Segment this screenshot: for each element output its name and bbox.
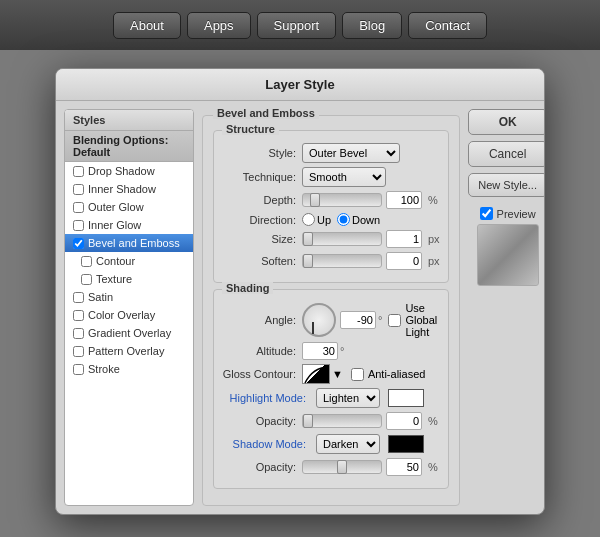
sidebar-satin[interactable]: Satin — [65, 288, 193, 306]
nav-apps[interactable]: Apps — [187, 12, 251, 39]
altitude-input[interactable] — [302, 342, 338, 360]
dialog-body: Styles Blending Options: Default Drop Sh… — [56, 101, 544, 514]
sidebar-title: Styles — [65, 110, 193, 131]
contour-thumbnail[interactable] — [302, 364, 330, 384]
preview-thumbnail — [477, 224, 539, 286]
sidebar-gradient-overlay[interactable]: Gradient Overlay — [65, 324, 193, 342]
nav-about[interactable]: About — [113, 12, 181, 39]
gradient-overlay-check[interactable] — [73, 328, 84, 339]
style-label: Style: — [222, 147, 302, 159]
new-style-button[interactable]: New Style... — [468, 173, 545, 197]
direction-down-label[interactable]: Down — [337, 213, 380, 226]
size-unit: px — [428, 233, 440, 245]
preview-text: Preview — [497, 208, 536, 220]
highlight-color-swatch[interactable] — [388, 389, 424, 407]
direction-up-label[interactable]: Up — [302, 213, 331, 226]
layer-style-dialog: Layer Style Styles Blending Options: Def… — [55, 68, 545, 515]
nav-support[interactable]: Support — [257, 12, 337, 39]
highlight-mode-select[interactable]: Lighten Normal Multiply Screen Darken — [316, 388, 380, 408]
sidebar-contour[interactable]: Contour — [65, 252, 193, 270]
depth-label: Depth: — [222, 194, 302, 206]
contour-dropdown-arrow[interactable]: ▼ — [332, 368, 343, 380]
texture-check[interactable] — [81, 274, 92, 285]
preview-label-row: Preview — [480, 207, 536, 220]
stroke-check[interactable] — [73, 364, 84, 375]
soften-slider-container: px — [302, 252, 440, 270]
contour-check[interactable] — [81, 256, 92, 267]
color-overlay-check[interactable] — [73, 310, 84, 321]
nav-blog[interactable]: Blog — [342, 12, 402, 39]
pattern-overlay-check[interactable] — [73, 346, 84, 357]
soften-unit: px — [428, 255, 440, 267]
highlight-opacity-row: Opacity: % — [222, 412, 440, 430]
highlight-opacity-input[interactable] — [386, 412, 422, 430]
sidebar-pattern-overlay[interactable]: Pattern Overlay — [65, 342, 193, 360]
highlight-mode-row: Highlight Mode: Lighten Normal Multiply … — [222, 388, 440, 408]
sidebar-drop-shadow[interactable]: Drop Shadow — [65, 162, 193, 180]
dial-indicator — [312, 322, 314, 334]
sidebar-outer-glow[interactable]: Outer Glow — [65, 198, 193, 216]
sidebar-blending[interactable]: Blending Options: Default — [65, 131, 193, 162]
angle-dial[interactable] — [302, 303, 336, 337]
sidebar-texture[interactable]: Texture — [65, 270, 193, 288]
nav-contact[interactable]: Contact — [408, 12, 487, 39]
shadow-opacity-slider[interactable] — [302, 460, 382, 474]
ok-button[interactable]: OK — [468, 109, 545, 135]
direction-down-radio[interactable] — [337, 213, 350, 226]
right-panel: OK Cancel New Style... Preview — [468, 109, 545, 506]
shadow-opacity-input[interactable] — [386, 458, 422, 476]
outer-glow-check[interactable] — [73, 202, 84, 213]
style-select[interactable]: Outer Bevel Inner Bevel Emboss Pillow Em… — [302, 143, 400, 163]
size-slider-container: px — [302, 230, 440, 248]
gloss-contour-row: Gloss Contour: ▼ Anti-aliased — [222, 364, 440, 384]
highlight-opacity-unit: % — [428, 415, 438, 427]
sidebar-stroke[interactable]: Stroke — [65, 360, 193, 378]
depth-slider[interactable] — [302, 193, 382, 207]
shading-subsection: Shading Angle: ° Use Global Light — [213, 289, 449, 489]
size-input[interactable] — [386, 230, 422, 248]
soften-label: Soften: — [222, 255, 302, 267]
altitude-unit: ° — [340, 345, 344, 357]
direction-label: Direction: — [222, 214, 302, 226]
gloss-contour-label: Gloss Contour: — [222, 368, 302, 380]
drop-shadow-check[interactable] — [73, 166, 84, 177]
technique-select[interactable]: Smooth Chisel Hard Chisel Soft — [302, 167, 386, 187]
shadow-opacity-unit: % — [428, 461, 438, 473]
highlight-opacity-slider-container: % — [302, 412, 438, 430]
inner-shadow-check[interactable] — [73, 184, 84, 195]
sidebar-color-overlay[interactable]: Color Overlay — [65, 306, 193, 324]
sidebar-inner-glow[interactable]: Inner Glow — [65, 216, 193, 234]
depth-input[interactable] — [386, 191, 422, 209]
anti-aliased-label[interactable]: Anti-aliased — [351, 368, 425, 381]
bevel-emboss-section: Bevel and Emboss Structure Style: Outer … — [202, 115, 460, 506]
size-row: Size: px — [222, 230, 440, 248]
shadow-color-swatch[interactable] — [388, 435, 424, 453]
shadow-opacity-label: Opacity: — [222, 461, 302, 473]
angle-row: Angle: ° Use Global Light — [222, 302, 440, 338]
size-slider[interactable] — [302, 232, 382, 246]
preview-check[interactable] — [480, 207, 493, 220]
bevel-emboss-check[interactable] — [73, 238, 84, 249]
inner-glow-check[interactable] — [73, 220, 84, 231]
angle-input[interactable] — [340, 311, 376, 329]
highlight-opacity-label: Opacity: — [222, 415, 302, 427]
shadow-opacity-row: Opacity: % — [222, 458, 440, 476]
highlight-opacity-slider[interactable] — [302, 414, 382, 428]
direction-up-radio[interactable] — [302, 213, 315, 226]
anti-aliased-check[interactable] — [351, 368, 364, 381]
soften-input[interactable] — [386, 252, 422, 270]
sidebar-bevel-emboss[interactable]: Bevel and Emboss — [65, 234, 193, 252]
shadow-mode-select[interactable]: Darken Normal Multiply Screen Lighten — [316, 434, 380, 454]
sidebar-inner-shadow[interactable]: Inner Shadow — [65, 180, 193, 198]
top-nav: About Apps Support Blog Contact — [0, 0, 600, 50]
soften-slider[interactable] — [302, 254, 382, 268]
cancel-button[interactable]: Cancel — [468, 141, 545, 167]
preview-section: Preview — [468, 207, 545, 286]
structure-legend: Structure — [222, 123, 279, 135]
global-light-check[interactable] — [388, 314, 401, 327]
global-light-label[interactable]: Use Global Light — [388, 302, 439, 338]
satin-check[interactable] — [73, 292, 84, 303]
technique-label: Technique: — [222, 171, 302, 183]
highlight-mode-label: Highlight Mode: — [222, 392, 312, 404]
angle-label: Angle: — [222, 314, 302, 326]
